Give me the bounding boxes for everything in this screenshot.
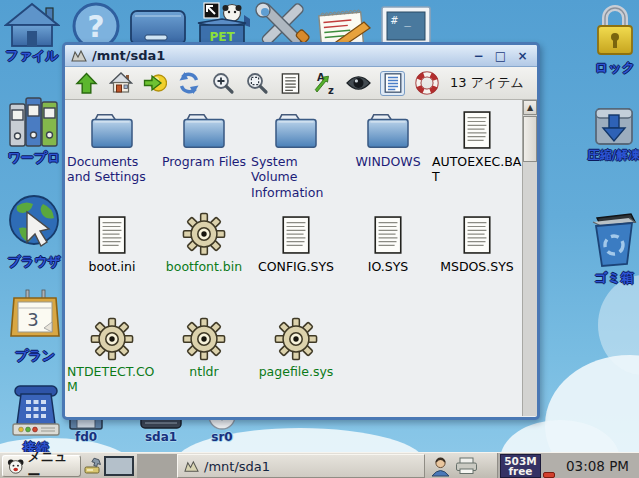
desktop: ファイル ? PET — [0, 0, 639, 478]
file-manager-window: /mnt/sda1 − □ × — [62, 42, 540, 420]
up-icon[interactable] — [74, 71, 99, 96]
help-lifesaver-icon[interactable] — [414, 71, 439, 96]
file-label: bootfont.bin — [166, 259, 242, 274]
task-button-mnt-sda1[interactable]: /mnt/sda1 — [177, 454, 425, 478]
taskbar: メニュー /mnt/sda1 503M free — [0, 452, 639, 478]
desktop-icon-label: ファイル — [5, 49, 58, 63]
file-windows[interactable]: WINDOWS — [342, 111, 434, 169]
file-label: MSDOS.SYS — [440, 259, 514, 274]
file-label: pagefile.sys — [259, 364, 334, 379]
phone-icon — [11, 382, 61, 440]
show-hidden-eye-icon[interactable] — [346, 71, 371, 96]
drive-label: sda1 — [145, 430, 177, 444]
workspace-pager[interactable] — [104, 456, 134, 476]
goto-icon[interactable] — [142, 71, 167, 96]
printer-icon[interactable] — [455, 457, 478, 475]
list-view-icon[interactable] — [278, 71, 303, 96]
item-count: 13 アイテム — [450, 74, 524, 92]
file-label: System Volume Information — [251, 154, 341, 200]
word-processor-icon — [6, 90, 62, 150]
archive-icon — [592, 104, 636, 148]
file-config-sys[interactable]: CONFIG.SYS — [250, 214, 342, 274]
file-msdos-sys[interactable]: MSDOS.SYS — [431, 214, 523, 274]
folder-icon — [88, 111, 136, 151]
desktop-icon-word-processor[interactable]: ワープロ — [3, 90, 65, 165]
svg-text:z: z — [328, 85, 334, 95]
svg-text:3: 3 — [27, 309, 38, 330]
drive-label: sr0 — [211, 430, 232, 444]
mount-drives-icon[interactable] — [84, 457, 102, 475]
file-label: NTDETECT.COM — [67, 364, 157, 395]
zoom-in-icon[interactable] — [210, 71, 235, 96]
desktop-icon-drive[interactable] — [129, 7, 187, 47]
window-titlebar-icon — [71, 49, 87, 63]
file-program-files[interactable]: Program Files — [158, 111, 250, 169]
text-file-icon — [371, 214, 405, 256]
task-icon — [184, 460, 199, 473]
file-autoexec-bat[interactable]: AUTOEXEC.BAT — [431, 109, 523, 185]
file-boot-ini[interactable]: boot.ini — [66, 214, 158, 274]
puppy-menu-icon — [7, 457, 24, 476]
free-space-indicator[interactable]: 503M free — [500, 454, 541, 478]
menu-label: メニュー — [27, 448, 76, 478]
gear-icon — [182, 317, 226, 361]
lock-icon — [594, 2, 636, 60]
svg-text:# _: # _ — [391, 14, 411, 27]
file-ntdetect-com[interactable]: NTDETECT.COM — [66, 317, 158, 395]
free-space-unit: free — [509, 466, 533, 477]
gear-icon — [274, 317, 318, 361]
refresh-icon[interactable] — [176, 71, 201, 96]
svg-text:?: ? — [87, 9, 104, 44]
file-pagefile-sys[interactable]: pagefile.sys — [250, 317, 342, 379]
window-toolbar: A z — [65, 67, 537, 100]
trash-icon — [589, 208, 639, 270]
file-label: Documents and Settings — [67, 154, 157, 185]
desktop-icon-archive[interactable]: 圧縮/解凍 — [589, 104, 639, 162]
drive-icon — [129, 7, 187, 47]
window-titlebar[interactable]: /mnt/sda1 − □ × — [65, 45, 537, 67]
file-label: WINDOWS — [355, 154, 420, 169]
scrollbar-thumb[interactable] — [523, 116, 537, 162]
menu-button[interactable]: メニュー — [2, 455, 81, 477]
maximize-button[interactable]: □ — [492, 48, 509, 64]
file-bootfont-bin[interactable]: bootfont.bin — [158, 212, 250, 274]
text-file-icon — [279, 214, 313, 256]
file-label: ntldr — [189, 364, 218, 379]
desktop-icon-lock[interactable]: ロック — [592, 2, 638, 75]
desktop-icon-plan[interactable]: 3 プラン — [5, 288, 65, 363]
desktop-icon-connect[interactable]: 接続 — [7, 382, 65, 455]
taskbar-spacer — [137, 454, 177, 478]
text-file-icon — [460, 109, 494, 151]
scroll-up-button[interactable]: ▲ — [523, 100, 537, 115]
file-label: AUTOEXEC.BAT — [432, 154, 522, 185]
file-label: Program Files — [162, 154, 246, 169]
file-documents-and-settings[interactable]: Documents and Settings — [66, 111, 158, 185]
file-label: CONFIG.SYS — [258, 259, 334, 274]
desktop-icon-browser[interactable]: ブラウザ — [3, 192, 65, 269]
file-io-sys[interactable]: IO.SYS — [342, 214, 434, 274]
file-system-volume-information[interactable]: System Volume Information — [250, 111, 342, 200]
minimize-button[interactable]: − — [470, 48, 487, 64]
folder-icon — [364, 111, 412, 151]
text-file-icon — [95, 214, 129, 256]
folder-icon — [180, 111, 228, 151]
file-list: Documents and Settings Program Files Sys… — [65, 100, 537, 416]
text-file-icon — [460, 214, 494, 256]
sort-icon[interactable]: A z — [312, 71, 337, 96]
gear-icon — [90, 317, 134, 361]
home-icon[interactable] — [108, 71, 133, 96]
clock: 03:08 PM — [566, 458, 629, 474]
zoom-out-icon[interactable] — [244, 71, 269, 96]
desktop-icon-label: ゴミ箱 — [594, 271, 634, 285]
scrollbar[interactable]: ▲ — [522, 100, 537, 416]
window-title: /mnt/sda1 — [92, 48, 465, 63]
tray-status-icon[interactable] — [543, 472, 555, 478]
close-button[interactable]: × — [514, 48, 531, 64]
user-avatar-icon[interactable] — [430, 455, 451, 477]
desktop-icon-label: ブラウザ — [7, 255, 60, 269]
file-ntldr[interactable]: ntldr — [158, 317, 250, 379]
details-view-icon[interactable] — [380, 71, 405, 96]
desktop-icon-trash[interactable]: ゴミ箱 — [588, 208, 639, 285]
desktop-icon-files[interactable]: ファイル — [4, 2, 60, 63]
home-icon — [4, 2, 60, 48]
